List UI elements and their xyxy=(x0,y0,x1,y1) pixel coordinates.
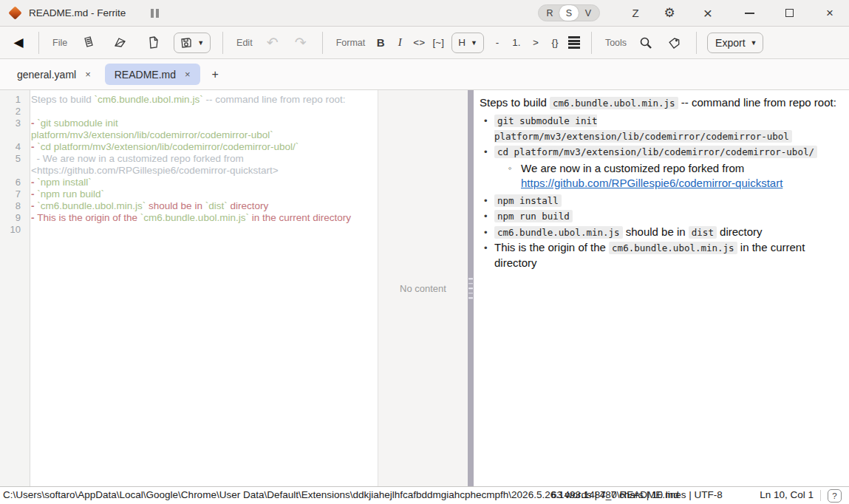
editor-line-text[interactable]: <https://github.com/RPGillespie6/codemir… xyxy=(31,165,378,177)
list-item: cm6.bundle.ubol.min.js should be in dist… xyxy=(483,225,843,240)
zen-mode-button[interactable]: Z xyxy=(627,7,644,19)
preview-text: Steps to build xyxy=(480,96,550,109)
line-number: 4 xyxy=(0,141,25,153)
new-tab-button[interactable]: + xyxy=(205,68,226,81)
markdown-preview-pane: Steps to build cm6.bundle.ubol.min.js --… xyxy=(474,90,849,486)
editor-line[interactable]: 8- `cm6.bundle.ubol.min.js` should be in… xyxy=(0,200,378,212)
export-button[interactable]: Export ▼ xyxy=(707,33,763,53)
tab-bar: general.yaml × README.md × + xyxy=(0,59,849,90)
hyperlink[interactable]: https://github.com/RPGillespie6/codemirr… xyxy=(521,177,782,189)
heading-dropdown-caret-icon: ▼ xyxy=(471,39,477,47)
mode-split-button[interactable]: S xyxy=(559,5,579,21)
editor-line-text[interactable]: - `git submodule init xyxy=(31,118,378,129)
preview-text: should be in xyxy=(623,225,689,238)
editor-line[interactable]: 7- `npm run build` xyxy=(0,188,378,200)
empty-pane: No content xyxy=(378,90,468,486)
splitter-grip-icon xyxy=(468,278,473,299)
tab-label: general.yaml xyxy=(17,69,76,81)
inline-code-button[interactable]: <> xyxy=(409,33,429,53)
editor-line-text[interactable]: - `cd platform/mv3/extension/lib/codemir… xyxy=(31,141,378,153)
heading-label: H xyxy=(458,37,466,48)
settings-gear-icon[interactable]: ⚙ xyxy=(661,5,678,21)
inline-code: dist xyxy=(689,226,717,239)
title-bar: README.md - Ferrite R S V Z ⚙ × × xyxy=(0,0,849,27)
tag-icon[interactable] xyxy=(664,33,683,53)
preview-sub-list: We are now in a customized repo forked f… xyxy=(508,161,843,191)
view-mode-toggle[interactable]: R S V xyxy=(538,4,600,21)
search-icon[interactable] xyxy=(636,33,655,53)
editor-line[interactable]: 9- This is the origin of the `cm6.bundle… xyxy=(0,212,378,224)
editor-line[interactable]: 2 xyxy=(0,106,378,118)
save-split-button[interactable]: ▼ xyxy=(174,33,211,53)
close-document-icon[interactable]: × xyxy=(699,4,717,22)
line-number: 6 xyxy=(0,177,25,188)
heading-split-button[interactable]: H ▼ xyxy=(451,33,484,53)
line-number: 2 xyxy=(0,106,25,118)
preview-paragraph: Steps to build cm6.bundle.ubol.min.js --… xyxy=(480,95,843,111)
close-window-button[interactable]: × xyxy=(821,6,839,21)
preview-text: directory xyxy=(717,225,763,238)
editor-line-text[interactable]: - This is the origin of the `cm6.bundle.… xyxy=(31,212,378,224)
editor-line-text[interactable]: platform/mv3/extension/lib/codemirror/co… xyxy=(31,129,378,141)
editor-line[interactable]: 5 - We are now in a customized repo fork… xyxy=(0,153,378,165)
tools-section-label: Tools xyxy=(605,38,627,48)
pause-icon xyxy=(151,9,159,18)
tab-close-icon[interactable]: × xyxy=(185,69,191,80)
strikethrough-button[interactable]: [~] xyxy=(429,33,448,53)
line-number: 9 xyxy=(0,212,25,224)
save-dropdown-caret-icon: ▼ xyxy=(197,39,204,47)
inline-code: cm6.bundle.ubol.min.js xyxy=(609,242,737,254)
cursor-position-text: Ln 10, Col 1 xyxy=(755,489,814,500)
tab-general-yaml[interactable]: general.yaml × xyxy=(7,64,100,85)
inline-code: npm run build xyxy=(494,210,573,222)
markdown-editor-pane[interactable]: 1Steps to build `cm6.bundle.ubol.min.js`… xyxy=(0,90,378,486)
inline-code: npm install xyxy=(494,194,562,207)
back-button[interactable]: ◀ xyxy=(9,33,28,53)
editor-line[interactable]: 6- `npm install` xyxy=(0,177,378,188)
toolbar: ◀ File ▼ Edit ↶ ↷ Format B I <> [~] H ▼ … xyxy=(0,27,849,59)
editor-line-text[interactable]: - `npm run build` xyxy=(31,188,378,200)
editor-line[interactable]: 4- `cd platform/mv3/extension/lib/codemi… xyxy=(0,141,378,153)
editor-line[interactable]: 3- `git submodule init xyxy=(0,118,378,129)
line-number xyxy=(0,165,25,177)
editor-line-text[interactable] xyxy=(31,106,378,118)
editor-line[interactable]: 1Steps to build `cm6.bundle.ubol.min.js`… xyxy=(0,94,378,106)
editor-line-text[interactable] xyxy=(31,224,378,236)
editor-line-text[interactable]: - We are now in a customized repo forked… xyxy=(31,153,378,165)
code-block-button[interactable]: {} xyxy=(545,33,565,53)
tab-close-icon[interactable]: × xyxy=(85,69,91,80)
open-file-icon[interactable] xyxy=(110,33,130,53)
numbered-list-button[interactable]: 1. xyxy=(507,33,526,53)
pane-splitter[interactable] xyxy=(468,90,474,486)
editor-line[interactable]: <https://github.com/RPGillespie6/codemir… xyxy=(0,165,378,177)
editor-line[interactable]: platform/mv3/extension/lib/codemirror/co… xyxy=(0,129,378,141)
editor-line-text[interactable]: - `cm6.bundle.ubol.min.js` should be in … xyxy=(31,200,378,212)
bullet-list-button[interactable]: - xyxy=(488,33,507,53)
maximize-button[interactable] xyxy=(780,9,798,17)
tab-readme-md[interactable]: README.md × xyxy=(105,64,200,85)
preview-text: We are now in a customized repo forked f… xyxy=(521,162,744,174)
redo-icon[interactable]: ↷ xyxy=(291,33,310,53)
help-button[interactable]: ? xyxy=(828,489,842,503)
bold-button[interactable]: B xyxy=(371,33,390,53)
mode-read-button[interactable]: R xyxy=(540,5,559,21)
ferrite-logo-icon xyxy=(8,6,21,19)
line-number: 8 xyxy=(0,200,25,212)
italic-button[interactable]: I xyxy=(390,33,409,53)
list-item: This is the origin of the cm6.bundle.ubo… xyxy=(483,240,843,270)
new-from-template-icon[interactable] xyxy=(78,33,98,53)
main-area: 1Steps to build `cm6.bundle.ubol.min.js`… xyxy=(0,90,849,486)
save-icon xyxy=(180,37,192,49)
table-icon[interactable] xyxy=(565,33,584,53)
undo-icon[interactable]: ↶ xyxy=(263,33,282,53)
blockquote-button[interactable]: > xyxy=(526,33,545,53)
editor-line[interactable]: 10 xyxy=(0,224,378,236)
line-number: 3 xyxy=(0,118,25,129)
minimize-button[interactable] xyxy=(740,13,758,14)
tab-label: README.md xyxy=(115,69,176,81)
editor-line-text[interactable]: Steps to build `cm6.bundle.ubol.min.js` … xyxy=(31,94,378,106)
format-section-label: Format xyxy=(336,38,366,48)
new-file-icon[interactable] xyxy=(143,33,163,53)
editor-line-text[interactable]: - `npm install` xyxy=(31,177,378,188)
mode-view-button[interactable]: V xyxy=(579,5,598,21)
